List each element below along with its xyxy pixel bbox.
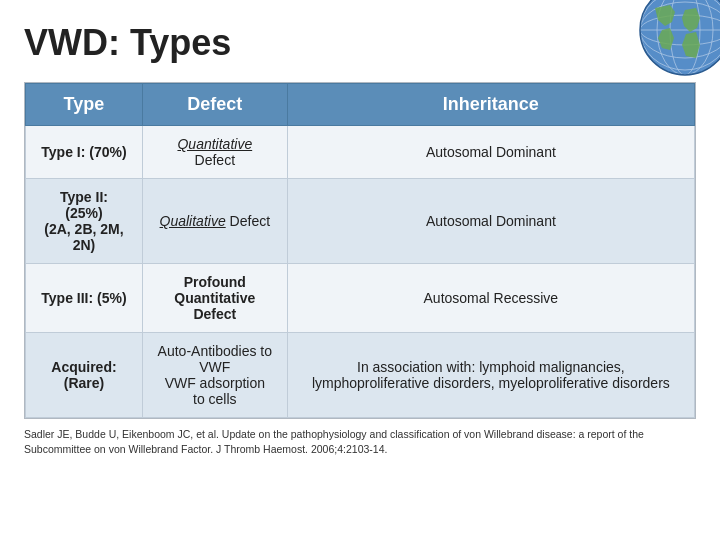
defect-cell: Quantitative Defect xyxy=(142,126,287,179)
table-row: Type I: (70%) Quantitative Defect Autoso… xyxy=(26,126,695,179)
defect-cell: Auto-Antibodies to VWFVWF adsorption to … xyxy=(142,333,287,418)
type-cell: Acquired: (Rare) xyxy=(26,333,143,418)
inheritance-cell: Autosomal Dominant xyxy=(287,179,694,264)
defect-prefix: Quantitative xyxy=(177,136,252,152)
defect-profound: Profound QuantitativeDefect xyxy=(174,274,255,322)
col-header-type: Type xyxy=(26,84,143,126)
data-table: Type Defect Inheritance Type I: (70%) Qu… xyxy=(24,82,696,419)
defect-cell: Qualitative Defect xyxy=(142,179,287,264)
table-row: Acquired: (Rare) Auto-Antibodies to VWFV… xyxy=(26,333,695,418)
inheritance-cell: Autosomal Dominant xyxy=(287,126,694,179)
defect-prefix: Qualitative xyxy=(160,213,226,229)
type-label: Type III: (5%) xyxy=(41,290,126,306)
type-label: Acquired: (Rare) xyxy=(51,359,116,391)
defect-text: Auto-Antibodies to VWFVWF adsorption to … xyxy=(158,343,272,407)
footnote: Sadler JE, Budde U, Eikenboom JC, et al.… xyxy=(24,427,696,456)
type-label: Type I: (70%) xyxy=(41,144,126,160)
type-cell: Type II: (25%)(2A, 2B, 2M, 2N) xyxy=(26,179,143,264)
inheritance-cell: Autosomal Recessive xyxy=(287,264,694,333)
inheritance-text: In association with: lymphoid malignanci… xyxy=(312,359,670,391)
type-cell: Type III: (5%) xyxy=(26,264,143,333)
page-title: VWD: Types xyxy=(24,22,696,64)
table-header-row: Type Defect Inheritance xyxy=(26,84,695,126)
globe-decoration xyxy=(600,0,720,90)
defect-cell: Profound QuantitativeDefect xyxy=(142,264,287,333)
type-label: Type II: (25%)(2A, 2B, 2M, 2N) xyxy=(44,189,123,253)
col-header-defect: Defect xyxy=(142,84,287,126)
inheritance-cell: In association with: lymphoid malignanci… xyxy=(287,333,694,418)
defect-suffix: Defect xyxy=(195,152,235,168)
type-cell: Type I: (70%) xyxy=(26,126,143,179)
defect-suffix: Defect xyxy=(226,213,270,229)
table-row: Type III: (5%) Profound QuantitativeDefe… xyxy=(26,264,695,333)
page-container: VWD: Types Type Defect Inheritance Type … xyxy=(0,0,720,540)
globe-icon xyxy=(600,0,720,90)
table-row: Type II: (25%)(2A, 2B, 2M, 2N) Qualitati… xyxy=(26,179,695,264)
